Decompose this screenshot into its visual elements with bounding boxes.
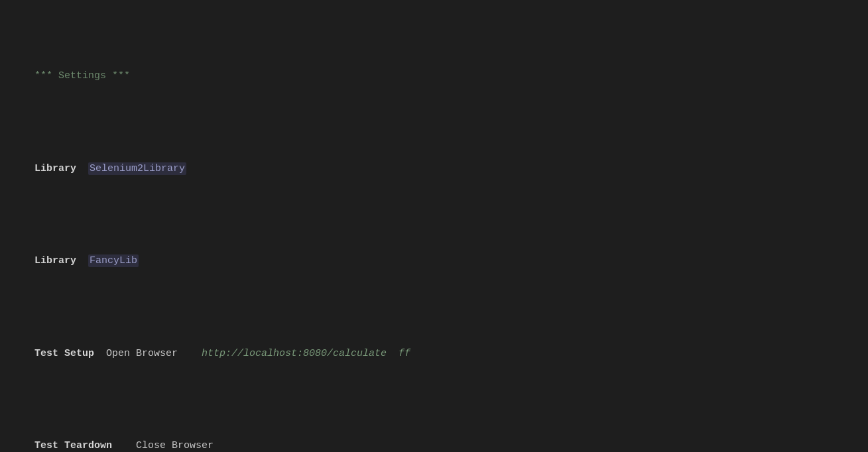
fancylib-name: FancyLib (88, 254, 139, 267)
library-keyword-1: Library (34, 163, 88, 174)
selenium2library-name: Selenium2Library (88, 162, 186, 175)
library-fancy-line: Library FancyLib (11, 238, 857, 284)
settings-header-line: *** Settings *** (11, 53, 857, 99)
library-selenium-line: Library Selenium2Library (11, 145, 857, 192)
test-setup-keyword: Test Setup (34, 348, 94, 359)
settings-header-text: *** Settings *** (34, 70, 130, 82)
test-teardown-keyword: Test Teardown (34, 440, 112, 451)
library-keyword-2: Library (34, 255, 88, 266)
test-setup-line: Test Setup Open Browser http://localhost… (11, 330, 857, 376)
test-setup-url: http://localhost:8080/calculate ff (202, 348, 410, 359)
test-setup-open-browser: Open Browser (94, 348, 202, 359)
test-teardown-close-browser: Close Browser (112, 440, 214, 451)
code-editor: *** Settings *** Library Selenium2Librar… (11, 7, 857, 452)
test-teardown-line: Test Teardown Close Browser (11, 423, 857, 452)
